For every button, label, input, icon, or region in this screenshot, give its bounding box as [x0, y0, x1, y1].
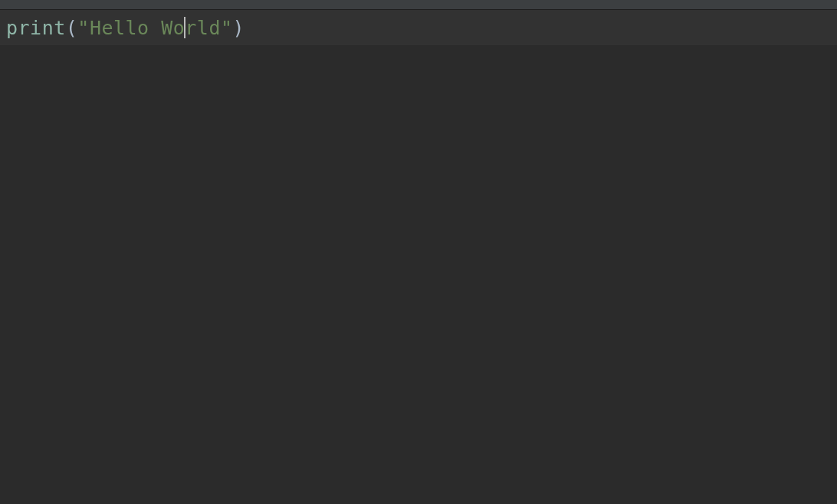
token-string: "Hello World" — [77, 17, 232, 39]
title-bar — [0, 0, 837, 10]
code-line-1[interactable]: print("Hello World") — [0, 10, 837, 45]
token-open-paren: ( — [66, 17, 78, 39]
token-function: print — [6, 17, 66, 39]
text-cursor — [184, 17, 185, 38]
token-close-paren: ) — [233, 17, 245, 39]
code-editor[interactable]: print("Hello World") — [0, 10, 837, 504]
horizontal-scrollbar[interactable] — [0, 499, 837, 504]
